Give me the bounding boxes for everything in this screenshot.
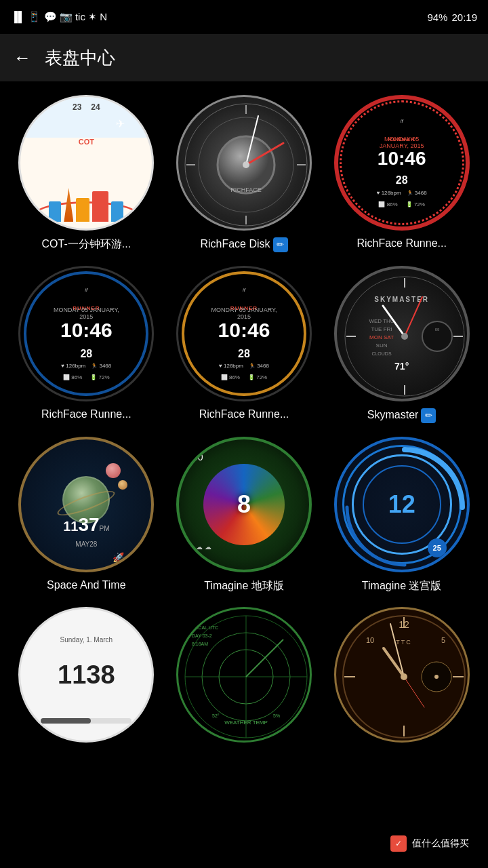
watermark-label: 值什么值得买 <box>412 837 469 850</box>
svg-point-45 <box>434 675 439 679</box>
status-left: ▐▌ 📱 💬 📷 tic ✶ N <box>11 11 107 23</box>
svg-text:8:16AM: 8:16AM <box>192 642 208 646</box>
svg-text:52°: 52° <box>212 713 220 718</box>
city-scene <box>20 188 152 222</box>
watch-face-cot: 2324 COT ✈ <box>18 95 154 231</box>
svg-text:09: 09 <box>434 328 439 332</box>
svg-text:5%: 5% <box>273 713 280 718</box>
svg-text:12: 12 <box>399 619 409 630</box>
watch-label-timagine-maze: Timagine 迷宫版 <box>334 579 470 593</box>
watch-label-timagine-globe: Timagine 地球版 <box>176 579 312 593</box>
watch-grid: 2324 COT ✈ COT-一分钟环游... <box>0 81 488 763</box>
svg-point-16 <box>422 321 452 351</box>
watch-face-runner-blue: if RUNNER MONDAY 05 JANUARY, 2015 10:46 … <box>18 266 154 401</box>
back-button[interactable]: ← <box>14 47 31 68</box>
svg-point-24 <box>401 333 408 340</box>
watch-label-runner-red: RichFace Runne... <box>334 237 470 250</box>
maze-badge: 25 <box>428 538 447 557</box>
watch-item-runner-yellow[interactable]: if RUNNER MONDAY 05 JANUARY, 2015 10:46 … <box>169 266 320 423</box>
svg-point-9 <box>243 161 249 168</box>
status-bar: ▐▌ 📱 💬 📷 tic ✶ N 94% 20:19 <box>0 0 488 34</box>
watch-label-cot: COT-一分钟环游... <box>18 237 154 252</box>
watch-item-cot[interactable]: 2324 COT ✈ COT-一分钟环游... <box>11 95 162 252</box>
watch-face-timagine-maze: 12 25 <box>334 437 470 572</box>
watch-label-skymaster: Skymaster✏ <box>334 408 470 423</box>
watermark-icon: ✓ <box>390 835 407 852</box>
radar-svg: LOCAL UTC DAY 03-2 8:16AM WEATHER TEMP 5… <box>178 609 312 743</box>
time-display: 20:19 <box>451 12 477 23</box>
svg-text:WED THU: WED THU <box>369 318 394 324</box>
svg-text:10: 10 <box>366 636 374 644</box>
watch-face-runner-red: if RUNNER MONDAY 05 JANUARY, 2015 10:46 … <box>334 95 470 231</box>
watch-item-skymaster[interactable]: SKYMASTER 09 WED THU TUE FRI MON SAT SUN <box>326 266 477 423</box>
svg-line-23 <box>405 297 422 336</box>
rocket-icon: 🚀 <box>113 552 124 563</box>
watch-item-radar[interactable]: LOCAL UTC DAY 03-2 8:16AM WEATHER TEMP 5… <box>169 607 320 749</box>
battery: 94% <box>427 12 447 23</box>
svg-text:5: 5 <box>441 636 445 644</box>
watch-face-space-time: · · · 1137PM MAY28 🚀 <box>18 437 154 572</box>
airplane-icon: ✈ <box>116 117 125 130</box>
watch-label-richface-disk: RichFace Disk✏ <box>176 237 312 252</box>
svg-line-48 <box>404 677 424 707</box>
watch-face-partial-clock: Sunday, 1. March 1138 <box>18 607 154 743</box>
watch-item-rose-analog[interactable]: 12 TTC 5 10 <box>326 607 477 749</box>
watch-face-runner-yellow: if RUNNER MONDAY 05 JANUARY, 2015 10:46 … <box>176 266 312 401</box>
globe-poly: 8 <box>203 464 285 545</box>
edit-badge-skymaster: ✏ <box>421 408 436 423</box>
svg-text:DAY 03-2: DAY 03-2 <box>192 633 212 638</box>
small-planet <box>106 463 121 478</box>
page-title: 表盘中心 <box>45 46 115 70</box>
watch-item-runner-blue[interactable]: if RUNNER MONDAY 05 JANUARY, 2015 10:46 … <box>11 266 162 423</box>
svg-point-49 <box>401 673 407 680</box>
watch-face-radar: LOCAL UTC DAY 03-2 8:16AM WEATHER TEMP 5… <box>176 607 312 743</box>
watermark: ✓ 值什么值得买 <box>385 833 474 854</box>
watch-item-richface-disk[interactable]: RICHFACE RichFace Disk✏ <box>169 95 320 252</box>
watch-label-space-time: Space And Time <box>18 579 154 591</box>
watch-face-timagine-globe: 50 8 ☁ ☁ <box>176 437 312 572</box>
edit-badge-richface-disk: ✏ <box>273 237 288 252</box>
watch-item-runner-red[interactable]: if RUNNER MONDAY 05 JANUARY, 2015 10:46 … <box>326 95 477 252</box>
watch-item-timagine-globe[interactable]: 50 8 ☁ ☁ Timagine 地球版 <box>169 437 320 593</box>
notification-icons: ▐▌ 📱 💬 📷 tic ✶ N <box>11 11 107 23</box>
header: ← 表盘中心 <box>0 34 488 81</box>
svg-text:SUN: SUN <box>375 342 387 349</box>
watch-label-runner-blue: RichFace Runne... <box>18 408 154 420</box>
svg-text:CLOUDS: CLOUDS <box>371 351 392 356</box>
watch-face-rose-analog: 12 TTC 5 10 <box>334 607 470 743</box>
watch-item-timagine-maze[interactable]: 12 25 Timagine 迷宫版 <box>326 437 477 593</box>
svg-text:LOCAL UTC: LOCAL UTC <box>192 625 218 630</box>
status-right: 94% 20:19 <box>427 12 477 23</box>
watch-label-runner-yellow: RichFace Runne... <box>176 408 312 420</box>
rose-svg: 12 TTC 5 10 <box>336 609 470 743</box>
watch-face-skymaster: SKYMASTER 09 WED THU TUE FRI MON SAT SUN <box>334 266 470 401</box>
watch-item-space-time[interactable]: · · · 1137PM MAY28 🚀 Space And Time <box>11 437 162 593</box>
svg-text:WEATHER TEMP: WEATHER TEMP <box>224 719 268 726</box>
svg-text:RICHFACE: RICHFACE <box>230 186 262 193</box>
watch-face-richface-disk: RICHFACE <box>176 95 312 231</box>
svg-text:TTC: TTC <box>396 639 412 646</box>
disk-svg: RICHFACE <box>178 97 312 231</box>
watch-item-partial-clock[interactable]: Sunday, 1. March 1138 <box>11 607 162 749</box>
tiny-planet <box>118 480 127 490</box>
svg-text:TUE FRI: TUE FRI <box>371 326 392 332</box>
svg-text:MON SAT: MON SAT <box>369 334 394 340</box>
skymaster-svg: 09 WED THU TUE FRI MON SAT SUN CLOUDS <box>337 269 470 401</box>
